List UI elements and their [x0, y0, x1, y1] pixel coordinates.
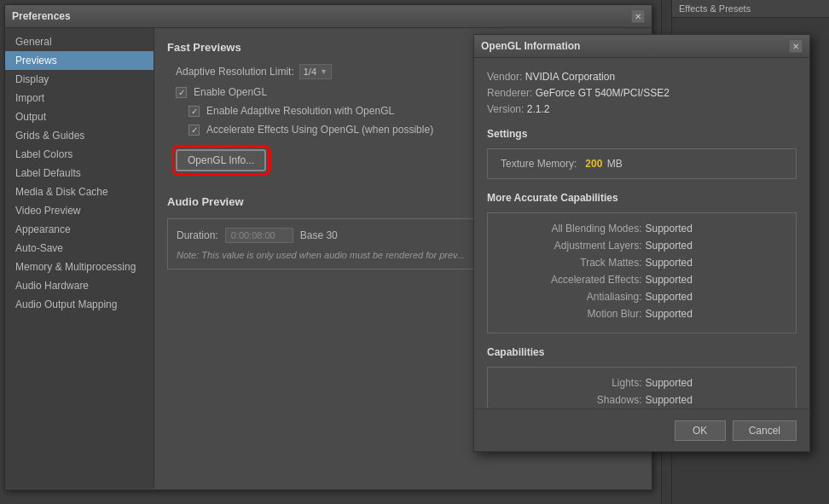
sidebar-item-auto-save[interactable]: Auto-Save [5, 239, 154, 258]
adaptive-resolution-dropdown[interactable]: 1/4 ▼ [299, 64, 332, 79]
renderer-value: GeForce GT 540M/PCI/SSE2 [536, 87, 670, 99]
capabilities-box-2: Lights: Supported Shadows: Supported [487, 367, 797, 408]
sidebar-item-import[interactable]: Import [5, 89, 154, 107]
base-label: Base 30 [300, 229, 338, 241]
capabilities-box: All Blending Modes: Supported Adjustment… [487, 212, 797, 333]
cap-antialiasing: Antialiasing: Supported [501, 290, 783, 304]
duration-label: Duration: [177, 229, 218, 241]
dialog-footer: OK Cancel [474, 408, 809, 451]
cap-adjustment-layers: Adjustment Layers: Supported [501, 239, 783, 252]
accelerate-effects-label: Accelerate Effects Using OpenGL (when po… [206, 124, 433, 136]
cap-adjustment-value: Supported [642, 240, 784, 252]
cap-accelerated-value: Supported [642, 274, 784, 286]
cap-motion-blur: Motion Blur: Supported [501, 307, 783, 321]
sidebar-item-label-defaults[interactable]: Label Defaults [5, 164, 154, 182]
more-accurate-section: More Accurate Capabilities All Blending … [487, 192, 797, 333]
vendor-value: NVIDIA Corporation [525, 71, 615, 83]
cap-blending-modes: All Blending Modes: Supported [501, 222, 783, 235]
cap-shadows: Shadows: Supported [501, 393, 783, 407]
capabilities-section: Capabilities Lights: Supported Shadows: … [487, 346, 797, 408]
more-accurate-title: More Accurate Capabilities [487, 192, 797, 204]
enable-adaptive-label: Enable Adaptive Resolution with OpenGL [206, 105, 394, 117]
right-panel-header: Effects & Presets [672, 0, 829, 18]
cap-lights-label: Lights: [501, 377, 642, 389]
cap-blending-label: All Blending Modes: [501, 223, 642, 235]
sidebar-item-memory-multiprocessing[interactable]: Memory & Multiprocessing [5, 258, 154, 276]
cap-motion-blur-label: Motion Blur: [501, 308, 642, 320]
dropdown-arrow-icon: ▼ [320, 67, 328, 76]
renderer-row: Renderer: GeForce GT 540M/PCI/SSE2 [487, 87, 797, 99]
cap-blending-value: Supported [642, 223, 784, 235]
vendor-label: Vendor: [487, 71, 522, 83]
cap-shadows-label: Shadows: [501, 394, 642, 406]
preferences-titlebar: Preferences ✕ [5, 5, 652, 28]
cap-adjustment-label: Adjustment Layers: [501, 240, 642, 252]
enable-opengl-checkbox[interactable] [176, 87, 187, 98]
capabilities-title: Capabilities [487, 346, 797, 358]
opengl-dialog-close-button[interactable]: ✕ [789, 39, 803, 53]
preferences-sidebar: General Previews Display Import Output G… [5, 28, 154, 489]
sidebar-item-label-colors[interactable]: Label Colors [5, 145, 154, 164]
cap-track-label: Track Mattes: [501, 257, 642, 269]
cap-accelerated-effects: Accelerated Effects: Supported [501, 273, 783, 287]
opengl-dialog-title: OpenGL Information [481, 40, 580, 52]
texture-row: Texture Memory: 200 MB [501, 158, 783, 170]
cap-shadows-value: Supported [642, 394, 784, 406]
preferences-close-button[interactable]: ✕ [631, 9, 645, 23]
cap-motion-blur-value: Supported [642, 308, 784, 320]
preferences-title: Preferences [12, 10, 71, 22]
sidebar-item-media-disk-cache[interactable]: Media & Disk Cache [5, 182, 154, 201]
sidebar-item-previews[interactable]: Previews [5, 51, 154, 70]
opengl-info-button[interactable]: OpenGL Info... [176, 149, 266, 171]
cap-antialiasing-label: Antialiasing: [501, 291, 642, 303]
duration-input[interactable] [225, 228, 293, 243]
opengl-dialog-body: Vendor: NVIDIA Corporation Renderer: GeF… [474, 58, 809, 408]
version-label: Version: [487, 103, 524, 115]
enable-adaptive-checkbox[interactable] [188, 106, 200, 117]
dialog-ok-button[interactable]: OK [675, 420, 726, 441]
settings-title: Settings [487, 128, 797, 140]
settings-section: Settings Texture Memory: 200 MB [487, 128, 797, 179]
texture-unit: MB [607, 158, 623, 170]
enable-opengl-label: Enable OpenGL [194, 86, 267, 98]
cap-antialiasing-value: Supported [642, 291, 784, 303]
settings-box: Texture Memory: 200 MB [487, 148, 797, 179]
version-value: 2.1.2 [527, 103, 550, 115]
cap-track-value: Supported [642, 257, 784, 269]
version-row: Version: 2.1.2 [487, 103, 797, 115]
sidebar-item-display[interactable]: Display [5, 70, 154, 89]
accelerate-effects-checkbox[interactable] [188, 125, 200, 136]
sidebar-item-output[interactable]: Output [5, 107, 154, 126]
sidebar-item-video-preview[interactable]: Video Preview [5, 201, 154, 220]
opengl-dialog-titlebar: OpenGL Information ✕ [474, 35, 809, 58]
right-panel-title: Effects & Presets [679, 3, 751, 14]
renderer-label: Renderer: [487, 87, 532, 99]
cap-lights-value: Supported [642, 377, 784, 389]
cap-track-mattes: Track Mattes: Supported [501, 256, 783, 269]
vendor-row: Vendor: NVIDIA Corporation [487, 71, 797, 83]
adaptive-label: Adaptive Resolution Limit: [176, 66, 294, 78]
sidebar-item-audio-output-mapping[interactable]: Audio Output Mapping [5, 295, 154, 314]
texture-value: 200 [585, 158, 602, 170]
dialog-cancel-button[interactable]: Cancel [733, 420, 797, 441]
texture-label: Texture Memory: [501, 158, 577, 170]
sidebar-item-grids-guides[interactable]: Grids & Guides [5, 126, 154, 145]
sidebar-item-appearance[interactable]: Appearance [5, 220, 154, 239]
cap-lights: Lights: Supported [501, 376, 783, 390]
opengl-dialog: OpenGL Information ✕ Vendor: NVIDIA Corp… [473, 34, 810, 452]
sidebar-item-audio-hardware[interactable]: Audio Hardware [5, 276, 154, 295]
adaptive-value: 1/4 [304, 67, 316, 77]
sidebar-item-general[interactable]: General [5, 32, 154, 51]
cap-accelerated-label: Accelerated Effects: [501, 274, 642, 286]
